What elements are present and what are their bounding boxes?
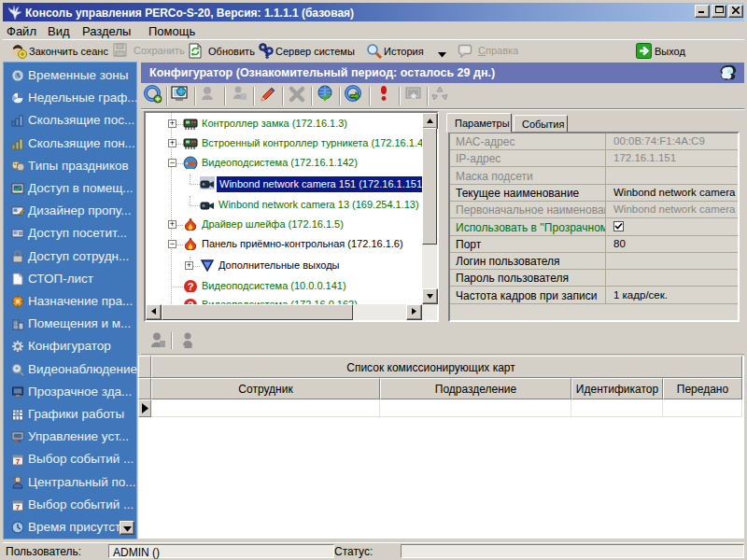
svg-text:?: ?	[188, 281, 194, 292]
svg-text:7: 7	[16, 457, 21, 466]
svg-text:7: 7	[16, 503, 21, 511]
